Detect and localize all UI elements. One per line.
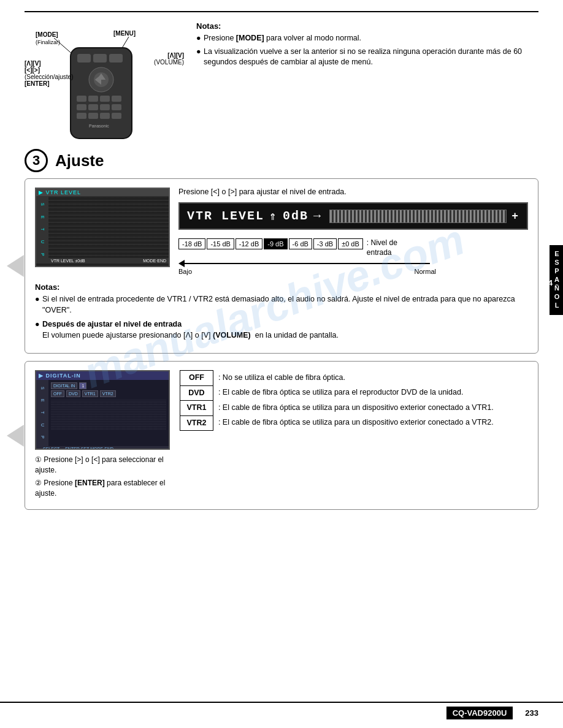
- option-desc-vtr1: : El cable de fibra óptica se utiliza pa…: [213, 401, 527, 416]
- notes-list: Presione [MODE] para volver al modo norm…: [196, 33, 538, 68]
- nav-label: [Λ][V][<][>](Selección/ajuste)[ENTER]: [25, 60, 73, 87]
- vtr-screen-top-bar: ▶ VTR LEVEL: [36, 189, 169, 196]
- svg-text:[MODE]: [MODE]: [36, 31, 58, 38]
- vtr-notes-title: Notas:: [35, 282, 528, 292]
- svg-rect-20: [88, 104, 98, 110]
- db-levels: -18 dB -15 dB -12 dB -9 dB -6 dB -3 dB ±…: [178, 238, 528, 257]
- db-arrow-row: [178, 260, 528, 267]
- option-desc-vtr2: : El cable de fibra óptica se utiliza pa…: [213, 415, 527, 431]
- vtr-screen: ▶ VTR LEVEL S E T U P VTR LEVEL ±0dB MOD…: [35, 188, 170, 275]
- vtr-left-s: S: [40, 203, 45, 207]
- section-number: 3: [25, 149, 48, 172]
- option-label-vtr2: VTR2: [180, 415, 213, 431]
- vtr-level-box: ▶ VTR LEVEL S E T U P VTR LEVEL ±0dB MOD…: [25, 178, 538, 354]
- digital-step-2: ② Presione [ENTER] para establecer el aj…: [35, 478, 170, 499]
- digital-screen-bottom: ←SELECT→ ENTER·SET MODE·END: [36, 446, 169, 450]
- option-desc-dvd: : El cable de fibra óptica se utiliza pa…: [213, 385, 527, 401]
- arrow-left-1: [7, 255, 24, 277]
- db-level-9: -9 dB: [264, 238, 287, 249]
- arrow-left-2: [7, 425, 24, 447]
- dig-left-u: U: [40, 423, 45, 427]
- svg-rect-22: [112, 104, 121, 110]
- dig-left-p: P: [40, 436, 45, 439]
- option-label-off: OFF: [180, 371, 213, 386]
- digital-in-box: ▶ DIGITAL-IN S E T U P DIGITAL IN 1: [25, 361, 538, 510]
- digital-screen-top: ▶ DIGITAL-IN: [36, 371, 169, 380]
- dig-left-s: S: [40, 387, 45, 390]
- digital-screen-body: S E T U P DIGITAL IN 1 OFF DVD: [36, 380, 169, 446]
- footer-page: 233: [525, 708, 538, 718]
- digital-right: OFF : No se utiliza el cable de fibra óp…: [180, 370, 528, 501]
- nivel-entrada-label: : Nivel deentrada: [367, 238, 397, 257]
- digital-menu-row2: OFF DVD VTR1 VTR2: [51, 390, 166, 397]
- option-label-vtr1: VTR1: [180, 401, 213, 416]
- svg-rect-7: [93, 54, 107, 63]
- dig-menu-1: 1: [79, 382, 86, 389]
- notes-title: Notas:: [196, 21, 538, 31]
- dig-left-e: E: [40, 399, 45, 403]
- vtr-content-right: Presione [<] o [>] para ajustar el nivel…: [178, 188, 528, 275]
- vtr-screen-bottom-bar: VTR LEVEL ±0dB MODE·END: [48, 258, 169, 264]
- remote-section: [MODE] (Finalizar) [MENU]: [25, 18, 538, 143]
- dig-left-t: T: [40, 411, 45, 414]
- svg-rect-16: [88, 96, 98, 102]
- right-tab-number: 44: [543, 278, 553, 287]
- svg-rect-15: [77, 96, 86, 102]
- vtr-left-e: E: [40, 216, 45, 219]
- svg-rect-17: [100, 96, 110, 102]
- volume-label: [Λ][V](VOLUME): [154, 52, 184, 66]
- svg-rect-25: [100, 113, 110, 119]
- db-arrow-icon: [178, 260, 185, 267]
- digital-screen-main: DIGITAL IN 1 OFF DVD VTR1 VTR2: [48, 380, 169, 446]
- dig-menu-vtr2: VTR2: [100, 390, 116, 397]
- option-desc-off: : No se utiliza el cable de fibra óptica…: [213, 371, 527, 386]
- dig-menu-vtr1: VTR1: [82, 390, 98, 397]
- note-item-2: La visualización vuelve a ser la anterio…: [196, 47, 538, 68]
- option-table: OFF : No se utiliza el cable de fibra óp…: [180, 370, 528, 431]
- vtr-screen-img: ▶ VTR LEVEL S E T U P VTR LEVEL ±0dB MOD…: [35, 188, 170, 267]
- db-level-6: -6 dB: [289, 238, 312, 249]
- db-level-0: ±0 dB: [338, 238, 363, 249]
- vtr-left-t: T: [40, 228, 45, 231]
- section-title: Ajuste: [55, 151, 104, 170]
- digital-steps: ① Presione [>] o [<] para seleccionar el…: [35, 455, 170, 498]
- dig-bottom-nav: ←SELECT→ ENTER·SET MODE·END: [39, 447, 113, 450]
- vtr-display-arrow1: ⇑: [269, 208, 278, 224]
- vtr-display-box: VTR LEVEL ⇑ 0dB → +: [178, 202, 528, 230]
- svg-rect-21: [100, 104, 110, 110]
- right-tab-text: ESPAÑOL: [553, 250, 561, 310]
- dig-menu-digital-in: DIGITAL IN: [51, 382, 77, 389]
- db-level-18: -18 dB: [178, 238, 205, 249]
- vtr-screen-noise: [48, 196, 169, 258]
- db-labels-row: Bajo Normal: [178, 268, 442, 275]
- svg-rect-24: [88, 113, 98, 119]
- vtr-display-text1: VTR LEVEL: [187, 209, 264, 223]
- vtr-bottom-text: VTR LEVEL ±0dB: [51, 259, 85, 263]
- vtr-notes: Notas: Si el nivel de entrada procedente…: [35, 282, 528, 341]
- vtr-display-text2: 0dB: [283, 209, 308, 223]
- svg-rect-6: [77, 54, 91, 63]
- digital-screen: ▶ DIGITAL-IN S E T U P DIGITAL IN 1: [35, 370, 170, 450]
- page-footer: CQ-VAD9200U 233: [0, 702, 563, 719]
- option-row-vtr1: VTR1 : El cable de fibra óptica se utili…: [180, 401, 528, 416]
- digital-menu-row: DIGITAL IN 1: [51, 382, 166, 389]
- vtr-screen-left-bar: S E T U P: [36, 196, 48, 264]
- vtr-display-arrow2: →: [313, 209, 322, 223]
- vtr-bottom-nav: MODE·END: [143, 259, 166, 263]
- note-item-1: Presione [MODE] para volver al modo norm…: [196, 33, 538, 44]
- digital-left: ▶ DIGITAL-IN S E T U P DIGITAL IN 1: [35, 370, 170, 501]
- svg-text:[MENU]: [MENU]: [113, 30, 136, 37]
- vtr-left-u: U: [40, 240, 45, 244]
- footer-model: CQ-VAD9200U: [446, 707, 513, 719]
- top-rule: [25, 11, 538, 12]
- db-level-12: -12 dB: [236, 238, 262, 249]
- vtr-screen-content: S E T U P VTR LEVEL ±0dB MODE·END: [36, 196, 169, 264]
- section-header: 3 Ajuste: [25, 149, 538, 172]
- svg-rect-23: [77, 113, 86, 119]
- svg-text:Panasonic: Panasonic: [89, 124, 109, 128]
- vtr-display-plus: +: [511, 210, 519, 222]
- remote-notes: Notas: Presione [MODE] para volver al mo…: [196, 18, 538, 143]
- bajo-label: Bajo: [178, 268, 192, 275]
- vtr-notes-list: Si el nivel de entrada procedente de VTR…: [35, 294, 528, 341]
- right-tab: ESPAÑOL 44: [550, 245, 563, 315]
